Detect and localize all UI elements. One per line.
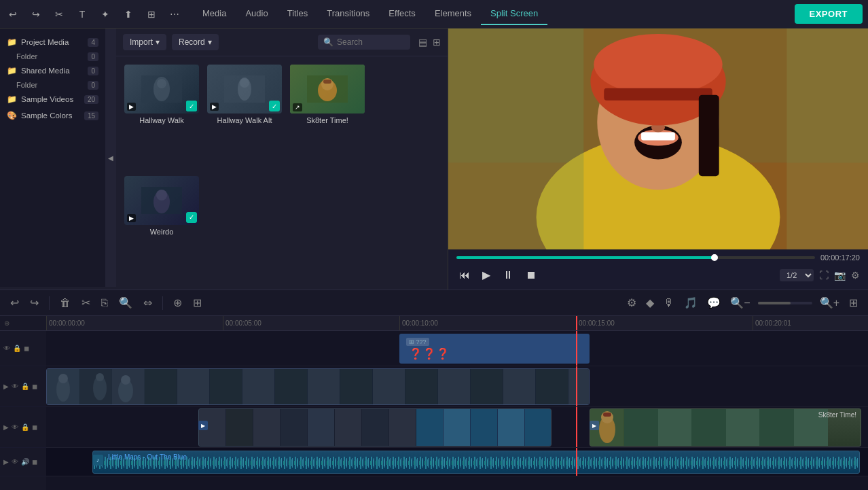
search-input[interactable]	[337, 37, 405, 47]
ruler-mark-15: 00:00:15:00	[576, 316, 615, 330]
media-item-sk8ter[interactable]: ↗ Sk8ter Time!	[290, 65, 365, 168]
effects-toolbar-icon[interactable]: ✦	[98, 7, 113, 22]
progress-bar[interactable]	[456, 256, 815, 259]
sidebar-item-shared-media[interactable]: 📁 Shared Media 0	[0, 63, 105, 79]
add-track-icon[interactable]: ⊕	[4, 319, 10, 327]
sidebar-item-sample-colors[interactable]: 🎨 Sample Colors 15	[0, 107, 105, 124]
preview-settings-button[interactable]: ⚙	[851, 270, 860, 281]
svg-point-12	[156, 190, 167, 200]
track-mute-icon-v2[interactable]: ◼	[32, 423, 37, 431]
import-button[interactable]: Import ▾	[123, 34, 166, 50]
timeline-fit-button[interactable]: ⊞	[847, 294, 860, 311]
sidebar-item-folder2[interactable]: Folder 0	[0, 79, 105, 91]
track-lock-icon-v1[interactable]: 🔒	[21, 383, 29, 390]
crop-icon[interactable]: ⊞	[144, 7, 159, 22]
track-play-icon-audio[interactable]: ▶	[3, 458, 9, 466]
cut-icon[interactable]: ✂	[52, 7, 67, 22]
track-play-icon-v2[interactable]: ▶	[3, 423, 9, 431]
media-thumb-weirdo: ▶ ✓	[124, 176, 199, 225]
timeline-zoom-in-button[interactable]: 🔍+	[818, 294, 842, 311]
track-play-icon-v1[interactable]: ▶	[3, 383, 9, 390]
track-eye-icon-v1[interactable]: 👁	[12, 383, 18, 390]
track-eye-icon-title[interactable]: 👁	[3, 345, 10, 352]
rewind-button[interactable]: ⏮	[456, 268, 473, 283]
selected-check-2: ✓	[269, 101, 280, 111]
track-video1	[46, 366, 868, 407]
text-icon[interactable]: T	[75, 7, 90, 22]
timeline-add-track-button[interactable]: ⊕	[171, 294, 184, 311]
video2-frames	[199, 409, 551, 446]
svg-rect-49	[93, 451, 860, 474]
tab-split-screen[interactable]: Split Screen	[481, 3, 547, 25]
snapshot-button[interactable]: 📷	[834, 270, 846, 281]
sidebar-item-project-media[interactable]: 📁 Project Media 4	[0, 34, 105, 50]
ruler-mark-20: 00:00:20:01	[753, 316, 791, 330]
timeline-music-button[interactable]: 🎵	[682, 294, 700, 311]
timeline-adjust-button[interactable]: ⇔	[141, 294, 154, 311]
export-icon-toolbar[interactable]: ⬆	[121, 7, 136, 22]
timeline-zoom-out-button[interactable]: 🔍−	[728, 294, 752, 311]
clip-video2-hallway[interactable]	[198, 408, 551, 447]
timeline-forward-button[interactable]: ↪	[28, 294, 41, 311]
timeline-cut-button[interactable]: ✂	[79, 294, 92, 311]
tab-titles[interactable]: Titles	[278, 3, 318, 25]
track-lock-icon-v2[interactable]: 🔒	[21, 423, 29, 431]
track-eye-icon-audio[interactable]: 👁	[12, 458, 18, 466]
track-mute-icon-audio[interactable]: 🔊	[21, 458, 29, 466]
frame-6	[210, 369, 242, 404]
tab-media[interactable]: Media	[193, 3, 236, 25]
quality-select[interactable]: 1/2 Full 1/4	[780, 269, 814, 281]
track-lock-icon-audio[interactable]: ◼	[32, 458, 37, 466]
timeline-settings-button[interactable]: ⚙	[625, 294, 638, 311]
timeline-copy-button[interactable]: ⎘	[99, 295, 110, 311]
tab-transitions[interactable]: Transitions	[317, 3, 379, 25]
colors-icon: 🎨	[7, 111, 17, 120]
stop-button[interactable]: ⏹	[523, 268, 539, 283]
sf-5	[726, 409, 760, 446]
timeline-snap-button[interactable]: ⊞	[191, 294, 204, 311]
track-title-playhead	[576, 331, 577, 366]
track-label-video1: ▶ 👁 🔒 ◼	[0, 366, 46, 407]
timeline-subtitle-button[interactable]: 💬	[705, 294, 723, 311]
clip-v2-start-marker: ▶	[198, 421, 208, 430]
sf-3	[658, 409, 692, 446]
media-item-weirdo[interactable]: ▶ ✓ Weirdo	[124, 176, 199, 279]
media-item-hallway-walk[interactable]: ▶ ✓ Hallway Walk	[124, 65, 199, 168]
collapse-sidebar-button[interactable]: ◀	[105, 29, 116, 287]
sidebar-item-folder1[interactable]: Folder 0	[0, 50, 105, 63]
grid-view-icon[interactable]: ⊞	[433, 37, 441, 48]
filter-icon[interactable]: ▤	[418, 37, 427, 48]
tab-elements[interactable]: Elements	[425, 3, 481, 25]
progress-handle[interactable]	[711, 254, 718, 261]
clip-video1-main[interactable]	[46, 368, 590, 405]
track-audio: ♪ Little Maps - Out The Blue	[46, 448, 868, 476]
clip-title-type: ⊞ ???	[406, 338, 429, 346]
record-button[interactable]: Record ▾	[172, 34, 219, 50]
play-button[interactable]: ▶	[480, 267, 493, 283]
track-mute-icon-v1[interactable]: ◼	[32, 383, 37, 390]
timeline-marker-button[interactable]: ◆	[644, 294, 656, 311]
timeline-delete-button[interactable]: 🗑	[58, 295, 73, 311]
media-toolbar: Import ▾ Record ▾ 🔍 ▤ ⊞	[116, 29, 448, 56]
export-button[interactable]: EXPORT	[795, 4, 863, 24]
fullscreen-button[interactable]: ⛶	[819, 270, 829, 281]
clip-title-1[interactable]: ⊞ ??? ❓❓❓	[399, 334, 590, 364]
track-eye-icon-v2[interactable]: 👁	[12, 423, 18, 431]
tab-effects[interactable]: Effects	[379, 3, 425, 25]
zoom-slider[interactable]	[758, 302, 812, 304]
clip-video2-skater[interactable]: Sk8ter Time!	[590, 408, 861, 447]
track-mute-icon-title[interactable]: ◼	[24, 345, 29, 352]
track-lock-icon-title[interactable]: 🔒	[13, 345, 21, 352]
tab-audio[interactable]: Audio	[236, 3, 277, 25]
audio-clip-main[interactable]: Little Maps - Out The Blue	[92, 451, 860, 474]
extra-icon[interactable]: ⋯	[167, 7, 182, 22]
undo-icon[interactable]: ↩	[5, 7, 20, 22]
timeline-back-button[interactable]: ↩	[8, 294, 21, 311]
redo-icon[interactable]: ↪	[29, 7, 43, 22]
pause-button[interactable]: ⏸	[500, 268, 516, 283]
timeline-search-button[interactable]: 🔍	[117, 294, 134, 311]
track-v2-playhead	[576, 407, 577, 447]
sidebar-item-sample-videos[interactable]: 📁 Sample Videos 20	[0, 91, 105, 107]
media-item-hallway-walk-alt[interactable]: ▶ ✓ Hallway Walk Alt	[207, 65, 282, 168]
timeline-mic-button[interactable]: 🎙	[662, 295, 676, 311]
